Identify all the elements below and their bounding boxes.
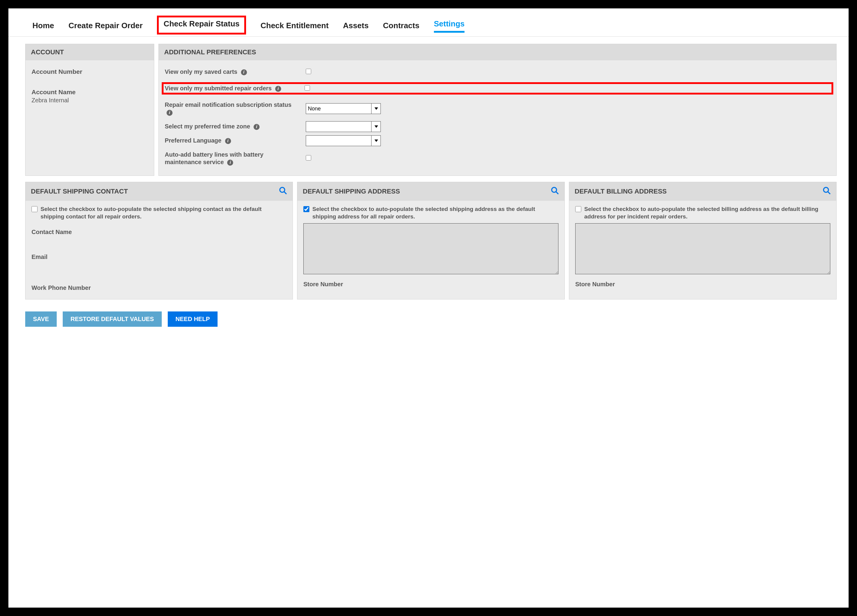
- pref-language-select[interactable]: [306, 135, 381, 146]
- info-icon[interactable]: i: [225, 138, 231, 144]
- pref-email-sub-row: Repair email notification subscription s…: [165, 101, 830, 116]
- search-icon[interactable]: [823, 186, 831, 197]
- shipping-address-auto-checkbox[interactable]: [303, 206, 309, 212]
- email-label: Email: [31, 254, 286, 260]
- content-area: ACCOUNT Account Number Account Name Zebr…: [8, 37, 849, 299]
- pref-timezone-select[interactable]: [306, 121, 381, 132]
- info-icon[interactable]: i: [167, 110, 173, 116]
- search-icon[interactable]: [279, 186, 287, 197]
- pref-email-sub-select[interactable]: None: [306, 103, 381, 114]
- prefs-header: ADDITIONAL PREFERENCES: [159, 44, 836, 60]
- button-bar: SAVE RESTORE DEFAULT VALUES NEED HELP: [8, 299, 849, 327]
- pref-saved-carts-label: View only my saved carts i: [165, 68, 247, 76]
- pref-timezone-label: Select my preferred time zone i: [165, 123, 260, 130]
- restore-button[interactable]: RESTORE DEFAULT VALUES: [63, 311, 162, 327]
- chevron-down-icon: [371, 136, 379, 146]
- pref-submitted-orders-checkbox[interactable]: [305, 85, 310, 91]
- shipping-contact-header: DEFAULT SHIPPING CONTACT: [31, 187, 128, 195]
- pref-language-row: Preferred Language i: [165, 137, 830, 144]
- info-icon[interactable]: i: [227, 159, 233, 166]
- tab-check-entitlement[interactable]: Check Entitlement: [260, 21, 329, 33]
- contact-name-label: Contact Name: [31, 229, 286, 235]
- tab-check-repair-status[interactable]: Check Repair Status: [157, 15, 246, 34]
- account-header: ACCOUNT: [26, 44, 154, 60]
- pref-email-sub-label: Repair email notification subscription s…: [165, 101, 297, 116]
- shipping-address-header: DEFAULT SHIPPING ADDRESS: [303, 187, 400, 195]
- info-icon[interactable]: i: [241, 69, 247, 75]
- account-name-value: Zebra Internal: [31, 97, 148, 104]
- pref-submitted-orders-row: View only my submitted repair orders i: [162, 82, 833, 94]
- tab-assets[interactable]: Assets: [343, 21, 368, 33]
- svg-point-4: [824, 187, 829, 192]
- svg-line-5: [828, 192, 830, 194]
- chevron-down-icon: [371, 122, 379, 132]
- billing-address-header: DEFAULT BILLING ADDRESS: [575, 187, 667, 195]
- work-phone-label: Work Phone Number: [31, 285, 286, 291]
- tab-contracts[interactable]: Contracts: [383, 21, 419, 33]
- billing-address-desc: Select the checkbox to auto-populate the…: [584, 206, 830, 220]
- svg-point-2: [552, 187, 557, 192]
- info-icon[interactable]: i: [254, 124, 260, 130]
- pref-email-sub-value: None: [308, 105, 321, 112]
- shipping-store-number-label: Store Number: [303, 281, 558, 288]
- account-panel: ACCOUNT Account Number Account Name Zebr…: [25, 44, 154, 176]
- billing-address-auto-checkbox[interactable]: [575, 206, 581, 212]
- shipping-address-textarea[interactable]: [303, 223, 558, 274]
- app-window: Home Create Repair Order Check Repair St…: [8, 8, 849, 608]
- main-tabs: Home Create Repair Order Check Repair St…: [8, 8, 849, 37]
- pref-saved-carts-row: View only my saved carts i: [165, 68, 830, 76]
- pref-language-label: Preferred Language i: [165, 137, 231, 144]
- svg-point-0: [280, 187, 285, 192]
- svg-line-3: [556, 192, 558, 194]
- shipping-contact-auto-checkbox[interactable]: [31, 206, 37, 212]
- save-button[interactable]: SAVE: [25, 311, 57, 327]
- default-shipping-address-panel: DEFAULT SHIPPING ADDRESS Select the chec…: [297, 182, 565, 299]
- account-name-label: Account Name: [31, 88, 148, 96]
- shipping-address-desc: Select the checkbox to auto-populate the…: [312, 206, 558, 220]
- need-help-button[interactable]: NEED HELP: [168, 311, 218, 327]
- pref-saved-carts-checkbox[interactable]: [306, 69, 311, 74]
- account-number-label: Account Number: [31, 68, 148, 75]
- chevron-down-icon: [371, 104, 379, 114]
- pref-battery-checkbox[interactable]: [306, 155, 311, 161]
- pref-submitted-orders-label: View only my submitted repair orders i: [165, 85, 281, 92]
- default-shipping-contact-panel: DEFAULT SHIPPING CONTACT Select the chec…: [25, 182, 293, 299]
- pref-timezone-row: Select my preferred time zone i: [165, 123, 830, 130]
- search-icon[interactable]: [551, 186, 559, 197]
- pref-battery-row: Auto-add battery lines with battery main…: [165, 151, 830, 166]
- pref-battery-label: Auto-add battery lines with battery main…: [165, 151, 297, 166]
- default-billing-address-panel: DEFAULT BILLING ADDRESS Select the check…: [569, 182, 837, 299]
- svg-line-1: [284, 192, 286, 194]
- tab-home[interactable]: Home: [32, 21, 54, 33]
- tab-settings[interactable]: Settings: [434, 19, 465, 33]
- info-icon[interactable]: i: [275, 86, 281, 92]
- shipping-contact-desc: Select the checkbox to auto-populate the…: [40, 206, 286, 220]
- tab-create-repair-order[interactable]: Create Repair Order: [68, 21, 142, 33]
- billing-store-number-label: Store Number: [575, 281, 830, 288]
- billing-address-textarea[interactable]: [575, 223, 830, 274]
- additional-preferences-panel: ADDITIONAL PREFERENCES View only my save…: [158, 44, 837, 176]
